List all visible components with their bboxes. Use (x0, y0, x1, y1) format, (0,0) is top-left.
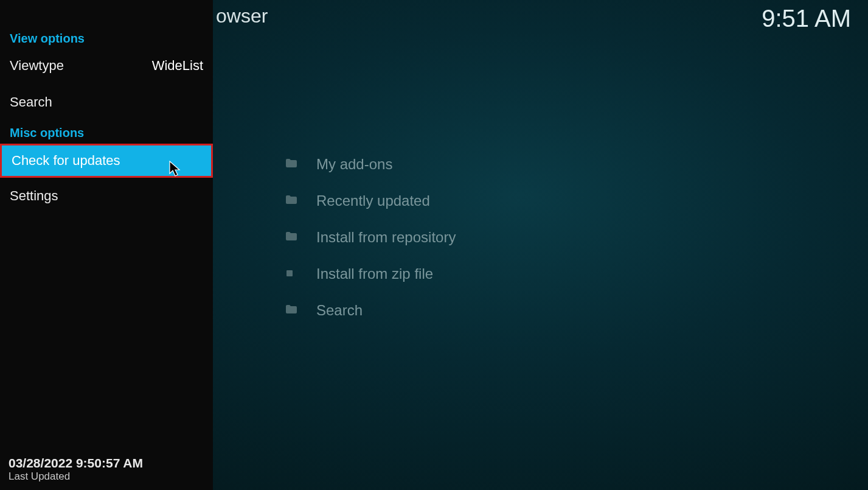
settings-label: Settings (10, 188, 58, 204)
list-item-install-repository[interactable]: Install from repository (286, 219, 844, 256)
list-item-install-zip[interactable]: Install from zip file (286, 256, 844, 292)
search-row[interactable]: Search (0, 88, 213, 117)
list-item-label: Search (316, 302, 363, 319)
list-item-label: Install from repository (316, 229, 456, 246)
viewtype-row[interactable]: Viewtype WideList (0, 51, 213, 80)
folder-icon (286, 195, 316, 207)
list-item-label: My add-ons (316, 156, 392, 173)
search-label: Search (10, 94, 52, 110)
list-item-search[interactable]: Search (286, 292, 844, 329)
section-header-view: View options (0, 32, 94, 46)
zip-icon (286, 268, 316, 280)
settings-row[interactable]: Settings (0, 181, 213, 211)
folder-icon (286, 231, 316, 243)
page-title: owser (216, 5, 268, 27)
folder-icon (286, 304, 316, 317)
footer-timestamp: 03/28/2022 9:50:57 AM (9, 456, 143, 471)
addon-browser-list: My add-ons Recently updated Install from… (286, 146, 844, 329)
check-for-updates-label: Check for updates (12, 153, 120, 169)
viewtype-value: WideList (152, 58, 203, 74)
options-sidebar: View options Viewtype WideList Search Mi… (0, 0, 213, 490)
viewtype-label: Viewtype (10, 58, 64, 74)
list-item-my-addons[interactable]: My add-ons (286, 146, 844, 183)
clock: 9:51 AM (762, 5, 851, 32)
list-item-label: Install from zip file (316, 265, 433, 282)
list-item-label: Recently updated (316, 192, 430, 209)
check-for-updates-row[interactable]: Check for updates (0, 144, 213, 178)
section-header-misc: Misc options (0, 126, 94, 140)
list-item-recently-updated[interactable]: Recently updated (286, 183, 844, 219)
svg-rect-0 (286, 270, 293, 276)
folder-icon (286, 158, 316, 170)
footer-info: 03/28/2022 9:50:57 AM Last Updated (9, 456, 143, 483)
footer-label: Last Updated (9, 471, 143, 483)
